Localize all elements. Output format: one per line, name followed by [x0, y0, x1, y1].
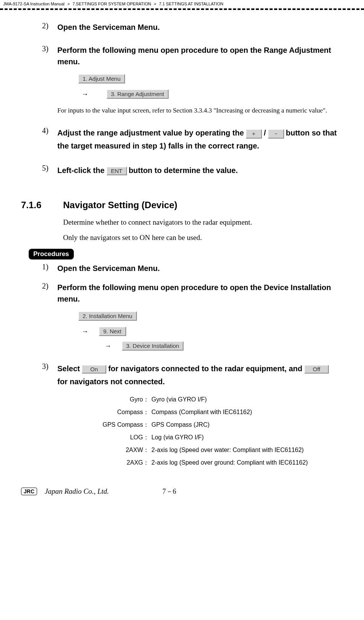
def-label: Gyro：: [73, 396, 149, 404]
def-label: Compass：: [73, 408, 149, 416]
def-row: 2AXG： 2-axis log (Speed over ground: Com…: [73, 459, 339, 467]
next-button[interactable]: 9. Next: [99, 327, 126, 336]
range-adjustment-button[interactable]: 3. Range Adjustment: [107, 90, 169, 99]
def-row: 2AXW： 2-axis log (Speed over water: Comp…: [73, 446, 339, 454]
step-number: 2): [21, 282, 57, 290]
def-row: GPS Compass： GPS Compass (JRC): [73, 421, 339, 429]
definition-table: Gyro： Gyro (via GYRO I/F) Compass： Compa…: [73, 396, 339, 467]
step-item: 2) Perform the following menu open proce…: [21, 282, 343, 351]
step-title-part: Left-click the: [57, 166, 107, 175]
step-item: 2) Open the Serviceman Menu.: [21, 21, 343, 33]
breadcrumb-part: 7.1 SETTINGS AT INSTALLATION: [159, 2, 224, 6]
jrc-logo: JRC: [21, 488, 37, 495]
def-row: Compass： Compass (Compliant with IEC6116…: [73, 408, 339, 416]
section-title: Navigator Setting (Device): [63, 200, 177, 210]
off-button[interactable]: Off: [304, 365, 329, 374]
def-label: GPS Compass：: [73, 421, 149, 429]
step-title: Open the Serviceman Menu.: [57, 263, 339, 274]
arrow-icon: →: [81, 90, 88, 98]
section-number: 7.1.6: [21, 200, 63, 210]
step-item: 3) Perform the following menu open proce…: [21, 44, 343, 115]
step-item: 4) Adjust the range adjustment value by …: [21, 126, 343, 152]
step-item: 5) Left-click the ENT button to determin…: [21, 164, 343, 177]
page-footer: JRC Japan Radio Co., Ltd. 7－6: [0, 487, 364, 496]
breadcrumb-part: JMA-9172-SA Instruction Manual: [3, 2, 65, 6]
ent-button[interactable]: ENT: [107, 167, 127, 175]
def-value: Compass (Compliant with IEC61162): [151, 409, 252, 416]
step-title: Perform the following menu open procedur…: [57, 282, 339, 305]
def-value: GPS Compass (JRC): [151, 421, 210, 428]
step-item: 1) Open the Serviceman Menu.: [21, 263, 343, 274]
def-label: LOG：: [73, 434, 149, 442]
slash-separator: /: [264, 129, 268, 137]
breadcrumb-part: 7.SETTINGS FOR SYSTEM OPERATION: [72, 2, 151, 6]
minus-button[interactable]: －: [268, 129, 284, 139]
def-value: Gyro (via GYRO I/F): [151, 396, 207, 403]
breadcrumb: JMA-9172-SA Instruction Manual > 7.SETTI…: [0, 0, 364, 8]
company-name: Japan Radio Co., Ltd.: [45, 487, 109, 496]
step-number: 5): [21, 164, 57, 173]
def-row: LOG： Log (via GYRO I/F): [73, 434, 339, 442]
step-title: Perform the following menu open procedur…: [57, 44, 339, 67]
step-number: 2): [21, 21, 57, 30]
step-title-part: for navigators not connected.: [57, 377, 165, 386]
plus-button[interactable]: ＋: [246, 129, 262, 139]
def-value: 2-axis log (Speed over ground: Compliant…: [151, 459, 308, 466]
arrow-icon: →: [104, 342, 111, 350]
step-number: 3): [21, 362, 57, 371]
def-row: Gyro： Gyro (via GYRO I/F): [73, 396, 339, 404]
divider: [0, 8, 364, 10]
step-number: 1): [21, 263, 57, 271]
breadcrumb-separator: >: [67, 2, 70, 6]
breadcrumb-separator: >: [154, 2, 156, 6]
step-title-part: button to determine the value.: [128, 166, 238, 175]
def-label: 2AXG：: [73, 459, 149, 467]
arrow-icon: →: [81, 328, 88, 336]
step-item: 3) Select On for navigators connected to…: [21, 362, 343, 472]
installation-menu-button[interactable]: 2. Installation Menu: [78, 312, 137, 321]
section-body-text: Only the navigators set to ON here can b…: [63, 233, 343, 242]
step-title: Open the Serviceman Menu.: [57, 21, 339, 33]
on-button[interactable]: On: [82, 365, 106, 374]
step-title-part: for navigators connected to the radar eq…: [108, 364, 304, 373]
step-title-part: Adjust the range adjustment value by ope…: [57, 129, 246, 137]
def-value: Log (via GYRO I/F): [151, 434, 204, 441]
procedures-badge: Procedures: [29, 249, 74, 259]
step-number: 3): [21, 44, 57, 53]
step-title-part: Select: [57, 364, 82, 373]
device-installation-button[interactable]: 3. Device Installation: [122, 341, 184, 351]
section-heading: 7.1.6 Navigator Setting (Device): [21, 200, 343, 210]
step-number: 4): [21, 126, 57, 135]
page-number: 7－6: [162, 487, 176, 496]
note-text: For inputs to the value input screen, re…: [57, 106, 339, 115]
def-value: 2-axis log (Speed over water: Compliant …: [151, 447, 304, 454]
def-label: 2AXW：: [73, 446, 149, 454]
adjust-menu-button[interactable]: 1. Adjust Menu: [78, 74, 125, 83]
section-body-text: Determine whether to connect navigators …: [63, 218, 343, 227]
